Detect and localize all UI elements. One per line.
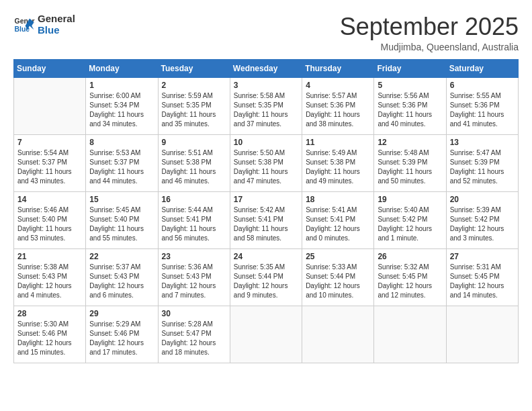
day-header-thursday: Thursday (302, 59, 374, 77)
day-number: 10 (234, 138, 298, 147)
day-info: Sunrise: 5:50 AM Sunset: 5:38 PM Dayligh… (234, 148, 298, 186)
calendar-cell: 7Sunrise: 5:54 AM Sunset: 5:37 PM Daylig… (14, 134, 86, 191)
day-number: 26 (378, 252, 442, 261)
calendar-cell: 29Sunrise: 5:29 AM Sunset: 5:46 PM Dayli… (86, 306, 158, 363)
calendar-cell: 5Sunrise: 5:56 AM Sunset: 5:36 PM Daylig… (374, 77, 446, 134)
calendar-cell (374, 306, 446, 363)
calendar-cell: 25Sunrise: 5:33 AM Sunset: 5:44 PM Dayli… (302, 248, 374, 306)
day-header-friday: Friday (374, 59, 446, 77)
day-number: 19 (378, 195, 442, 204)
calendar-cell: 11Sunrise: 5:49 AM Sunset: 5:38 PM Dayli… (302, 134, 374, 191)
calendar-cell: 8Sunrise: 5:53 AM Sunset: 5:37 PM Daylig… (86, 134, 158, 191)
calendar-cell: 27Sunrise: 5:31 AM Sunset: 5:45 PM Dayli… (446, 248, 518, 306)
day-number: 8 (89, 138, 154, 147)
logo: General Blue General Blue (13, 13, 75, 36)
calendar-cell: 6Sunrise: 5:55 AM Sunset: 5:36 PM Daylig… (446, 77, 518, 134)
calendar-cell: 20Sunrise: 5:39 AM Sunset: 5:42 PM Dayli… (446, 191, 518, 248)
day-number: 21 (17, 252, 82, 261)
day-info: Sunrise: 5:32 AM Sunset: 5:45 PM Dayligh… (378, 263, 442, 300)
day-info: Sunrise: 5:39 AM Sunset: 5:42 PM Dayligh… (450, 205, 515, 243)
day-info: Sunrise: 5:48 AM Sunset: 5:39 PM Dayligh… (378, 148, 442, 186)
calendar-cell (302, 306, 374, 363)
day-info: Sunrise: 5:37 AM Sunset: 5:43 PM Dayligh… (89, 263, 154, 300)
day-number: 28 (17, 309, 82, 318)
calendar-cell: 3Sunrise: 5:58 AM Sunset: 5:35 PM Daylig… (230, 77, 302, 134)
day-number: 23 (162, 252, 226, 261)
calendar-header-row: SundayMondayTuesdayWednesdayThursdayFrid… (14, 59, 519, 77)
day-number: 7 (17, 138, 82, 147)
day-number: 18 (306, 195, 370, 204)
day-number: 17 (234, 195, 298, 204)
day-info: Sunrise: 5:31 AM Sunset: 5:45 PM Dayligh… (450, 263, 515, 300)
day-info: Sunrise: 5:46 AM Sunset: 5:40 PM Dayligh… (17, 205, 82, 243)
calendar-cell: 9Sunrise: 5:51 AM Sunset: 5:38 PM Daylig… (158, 134, 230, 191)
day-info: Sunrise: 5:41 AM Sunset: 5:41 PM Dayligh… (306, 205, 370, 243)
week-row-4: 21Sunrise: 5:38 AM Sunset: 5:43 PM Dayli… (14, 248, 519, 306)
day-number: 1 (89, 81, 154, 90)
month-title: September 2025 (340, 13, 519, 40)
day-info: Sunrise: 5:40 AM Sunset: 5:42 PM Dayligh… (378, 205, 442, 243)
week-row-5: 28Sunrise: 5:30 AM Sunset: 5:46 PM Dayli… (14, 306, 519, 363)
day-info: Sunrise: 5:42 AM Sunset: 5:41 PM Dayligh… (234, 205, 298, 243)
day-number: 2 (162, 81, 226, 90)
day-number: 29 (89, 309, 154, 318)
calendar-cell (230, 306, 302, 363)
calendar-cell: 22Sunrise: 5:37 AM Sunset: 5:43 PM Dayli… (86, 248, 158, 306)
week-row-1: 1Sunrise: 6:00 AM Sunset: 5:34 PM Daylig… (14, 77, 519, 134)
day-info: Sunrise: 5:51 AM Sunset: 5:38 PM Dayligh… (162, 148, 226, 186)
calendar-cell (14, 77, 86, 134)
calendar-cell: 26Sunrise: 5:32 AM Sunset: 5:45 PM Dayli… (374, 248, 446, 306)
day-number: 9 (162, 138, 226, 147)
day-info: Sunrise: 5:30 AM Sunset: 5:46 PM Dayligh… (17, 320, 82, 357)
calendar-cell: 23Sunrise: 5:36 AM Sunset: 5:43 PM Dayli… (158, 248, 230, 306)
day-number: 11 (306, 138, 370, 147)
calendar-table: SundayMondayTuesdayWednesdayThursdayFrid… (13, 59, 519, 363)
calendar-cell: 4Sunrise: 5:57 AM Sunset: 5:36 PM Daylig… (302, 77, 374, 134)
title-block: September 2025 Mudjimba, Queensland, Aus… (340, 13, 519, 52)
day-number: 30 (162, 309, 226, 318)
day-info: Sunrise: 5:28 AM Sunset: 5:47 PM Dayligh… (162, 320, 226, 357)
day-number: 12 (378, 138, 442, 147)
day-info: Sunrise: 5:33 AM Sunset: 5:44 PM Dayligh… (306, 263, 370, 300)
day-header-tuesday: Tuesday (158, 59, 230, 77)
day-info: Sunrise: 5:45 AM Sunset: 5:40 PM Dayligh… (89, 205, 154, 243)
day-number: 20 (450, 195, 515, 204)
logo-icon: General Blue (13, 14, 35, 36)
calendar-cell: 19Sunrise: 5:40 AM Sunset: 5:42 PM Dayli… (374, 191, 446, 248)
day-info: Sunrise: 5:56 AM Sunset: 5:36 PM Dayligh… (378, 91, 442, 129)
day-number: 4 (306, 81, 370, 90)
day-header-monday: Monday (86, 59, 158, 77)
day-info: Sunrise: 5:44 AM Sunset: 5:41 PM Dayligh… (162, 205, 226, 243)
day-info: Sunrise: 5:54 AM Sunset: 5:37 PM Dayligh… (17, 148, 82, 186)
day-info: Sunrise: 5:29 AM Sunset: 5:46 PM Dayligh… (89, 320, 154, 357)
logo-line1: General (38, 13, 75, 25)
day-number: 6 (450, 81, 515, 90)
day-number: 22 (89, 252, 154, 261)
calendar-cell: 18Sunrise: 5:41 AM Sunset: 5:41 PM Dayli… (302, 191, 374, 248)
day-header-saturday: Saturday (446, 59, 518, 77)
day-info: Sunrise: 5:59 AM Sunset: 5:35 PM Dayligh… (162, 91, 226, 129)
day-number: 15 (89, 195, 154, 204)
day-number: 27 (450, 252, 515, 261)
calendar-cell: 1Sunrise: 6:00 AM Sunset: 5:34 PM Daylig… (86, 77, 158, 134)
page-header: General Blue General Blue September 2025… (13, 13, 519, 52)
calendar-cell: 28Sunrise: 5:30 AM Sunset: 5:46 PM Dayli… (14, 306, 86, 363)
calendar-cell: 14Sunrise: 5:46 AM Sunset: 5:40 PM Dayli… (14, 191, 86, 248)
calendar-cell: 17Sunrise: 5:42 AM Sunset: 5:41 PM Dayli… (230, 191, 302, 248)
calendar-cell: 24Sunrise: 5:35 AM Sunset: 5:44 PM Dayli… (230, 248, 302, 306)
calendar-cell (446, 306, 518, 363)
calendar-cell: 16Sunrise: 5:44 AM Sunset: 5:41 PM Dayli… (158, 191, 230, 248)
calendar-cell: 12Sunrise: 5:48 AM Sunset: 5:39 PM Dayli… (374, 134, 446, 191)
location-subtitle: Mudjimba, Queensland, Australia (340, 42, 519, 52)
day-number: 13 (450, 138, 515, 147)
calendar-cell: 13Sunrise: 5:47 AM Sunset: 5:39 PM Dayli… (446, 134, 518, 191)
calendar-cell: 30Sunrise: 5:28 AM Sunset: 5:47 PM Dayli… (158, 306, 230, 363)
day-number: 16 (162, 195, 226, 204)
day-info: Sunrise: 5:55 AM Sunset: 5:36 PM Dayligh… (450, 91, 515, 129)
day-info: Sunrise: 5:35 AM Sunset: 5:44 PM Dayligh… (234, 263, 298, 300)
day-info: Sunrise: 5:36 AM Sunset: 5:43 PM Dayligh… (162, 263, 226, 300)
day-info: Sunrise: 5:57 AM Sunset: 5:36 PM Dayligh… (306, 91, 370, 129)
day-info: Sunrise: 5:38 AM Sunset: 5:43 PM Dayligh… (17, 263, 82, 300)
calendar-cell: 10Sunrise: 5:50 AM Sunset: 5:38 PM Dayli… (230, 134, 302, 191)
day-header-sunday: Sunday (14, 59, 86, 77)
